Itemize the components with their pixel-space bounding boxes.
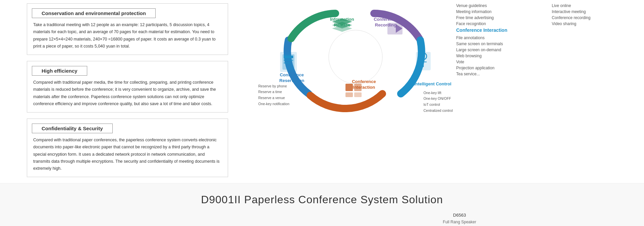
feature-title-conservation: Conservation and environmental protectio… <box>32 8 156 18</box>
title-conference-interaction: Conference Interaction <box>456 27 542 33</box>
svg-rect-11 <box>345 92 353 97</box>
ci-item-0: File annotations <box>456 35 542 40</box>
label-conference-interaction: ConferenceInteraction <box>345 79 382 90</box>
speaker-sub-label: Full Rang Speaker <box>434 220 485 224</box>
bottom-title: D9001II Paperless Conference System Solu… <box>0 194 644 206</box>
feature-block-security: Confidentiality & Security Compared with… <box>27 119 228 177</box>
feature-title-security: Confidentiality & Security <box>32 124 113 133</box>
info-item-meeting: Meeting information <box>456 9 542 14</box>
info-col-info-release: Venue guidelines Meeting information Fre… <box>456 3 542 183</box>
item-reserve-phone: Reserve by phone <box>258 83 289 89</box>
info-release-list: Venue guidelines Meeting information Fre… <box>456 3 542 26</box>
conf-interaction-list: File annotations Same screen on terminal… <box>456 35 542 76</box>
ci-item-2: Large screen on-demand <box>456 48 542 52</box>
item-one-key-notification: One-key notification <box>258 101 289 107</box>
cr-item-0: Live online <box>552 3 637 8</box>
item-centralized-control: Centralized control <box>423 108 453 114</box>
bottom-section: D9001II Paperless Conference System Solu… <box>0 183 644 226</box>
page-wrapper: Conservation and environmental protectio… <box>0 0 644 226</box>
feature-text-efficiency: Compared with traditional paper media, t… <box>27 79 228 107</box>
item-reserve-venue: Reserve a venue <box>258 95 289 101</box>
feature-block-conservation: Conservation and environmental protectio… <box>27 3 228 55</box>
svg-rect-4 <box>284 60 293 61</box>
feature-text-security: Compared with traditional paper conferen… <box>27 137 228 172</box>
ci-item-3: Web browsing <box>456 54 542 58</box>
cr-item-3: Video sharing <box>552 21 637 26</box>
cr-item-2: Conference recording <box>552 15 637 20</box>
svg-rect-5 <box>284 62 290 64</box>
top-row: Conservation and environmental protectio… <box>0 0 644 183</box>
label-conference-reservation: ConferenceReservation <box>273 72 310 84</box>
item-one-key-lift: One-key lift <box>423 90 453 96</box>
info-col-conf-recording: Live online Interactive meeting Conferen… <box>552 3 637 183</box>
svg-rect-3 <box>284 56 293 58</box>
right-column: Venue guidelines Meeting information Fre… <box>456 0 644 183</box>
cr-item-1: Interactive meeting <box>552 9 637 14</box>
speakers-group <box>434 224 485 226</box>
label-conference-recording: ConferenceRecording <box>367 17 404 28</box>
ci-item-4: Vote <box>456 60 542 64</box>
device-speakers-block: D6563 Full Rang Speaker <box>434 213 485 226</box>
svg-rect-12 <box>354 92 362 97</box>
label-information-release: InformationRelease <box>325 17 359 28</box>
feature-text-conservation: Take a traditional meeting with 12 peopl… <box>27 21 228 50</box>
item-one-key-onoff: One-key ON/OFF <box>423 96 453 102</box>
svg-point-0 <box>329 30 382 84</box>
intel-ctrl-items: One-key lift One-key ON/OFF IoT control … <box>423 90 453 114</box>
conf-recording-list: Live online Interactive meeting Conferen… <box>552 3 637 26</box>
device-layout: MX2500II Professional Stereo Amplifier <box>0 213 644 226</box>
info-item-advertising: Free time advertising <box>456 15 542 20</box>
middle-diagram: ConferenceReservation InformationRelease… <box>255 0 456 117</box>
ci-item-1: Same screen on terminals <box>456 42 542 46</box>
conf-reservation-items: Reserve by phone Reserve a time Reserve … <box>258 83 289 107</box>
speaker-label: D6563 <box>434 213 485 218</box>
feature-block-efficiency: High efficiency Compared with traditiona… <box>27 61 228 112</box>
left-column: Conservation and environmental protectio… <box>0 0 255 183</box>
info-item-venue: Venue guidelines <box>456 3 542 8</box>
label-intelligent-control: Intelligent Control <box>413 81 453 87</box>
ci-item-6: Tea service... <box>456 72 542 76</box>
info-item-face: Face recognition <box>456 21 542 26</box>
svg-point-17 <box>422 55 425 58</box>
item-reserve-time: Reserve a time <box>258 89 289 95</box>
feature-title-efficiency: High efficiency <box>32 66 87 76</box>
speaker-tall-left <box>434 224 461 226</box>
item-iot-control: IoT control <box>423 102 453 108</box>
ci-item-5: Projection application <box>456 66 542 70</box>
